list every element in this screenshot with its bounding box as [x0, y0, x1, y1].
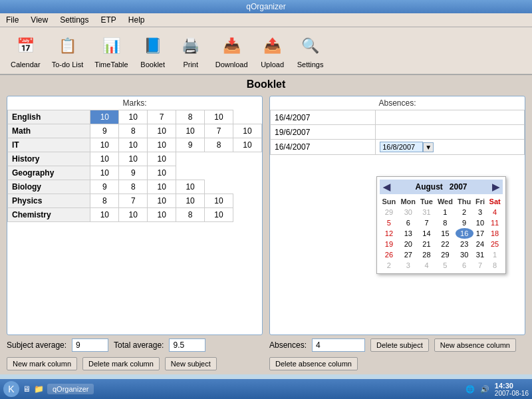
new-subject-button[interactable]: New subject [165, 357, 217, 370]
calendar-day[interactable]: 25 [487, 239, 503, 249]
calendar-day[interactable]: 10 [473, 217, 487, 228]
calendar-grid: Sun Mon Tue Wed Thu Fri Sat 293031123456… [380, 196, 503, 271]
subject-name: Biology [8, 180, 90, 194]
delete-subject-button[interactable]: Delete subject [370, 338, 429, 352]
calendar-day[interactable]: 31 [473, 249, 487, 260]
calendar-day[interactable]: 8 [487, 260, 503, 271]
taskbar-files-icon[interactable]: 📁 [34, 384, 44, 394]
calendar-day[interactable]: 30 [456, 249, 473, 260]
toolbar-calendar[interactable]: 📅 Calendar [7, 31, 45, 70]
absences-input[interactable] [312, 338, 365, 352]
window-title: qOrganizer [246, 2, 285, 11]
menu-etp[interactable]: ETP [98, 15, 119, 25]
absence-date-2: 19/6/2007 [271, 125, 376, 140]
calendar-day[interactable]: 19 [380, 239, 398, 249]
calendar-day[interactable]: 3 [473, 207, 487, 217]
toolbar-todo-label: To-do List [52, 61, 84, 68]
new-absence-column-button[interactable]: New absence column [434, 338, 516, 352]
calendar-day[interactable]: 26 [380, 249, 398, 260]
calendar-day[interactable]: 3 [398, 260, 418, 271]
toolbar-timetable[interactable]: 📊 TimeTable [90, 31, 132, 70]
mark-cell: 10 [148, 124, 176, 138]
calendar-day[interactable]: 18 [487, 228, 503, 239]
calendar-day[interactable]: 31 [418, 207, 436, 217]
calendar-day[interactable]: 29 [380, 207, 398, 217]
calendar-day[interactable]: 2 [456, 207, 473, 217]
calendar-day[interactable]: 12 [380, 228, 398, 239]
toolbar-upload[interactable]: 📤 Upload [255, 31, 290, 70]
taskbar-start-button[interactable]: K [3, 381, 19, 397]
calendar-day[interactable]: 14 [418, 228, 436, 239]
cal-header-tue: Tue [418, 196, 436, 207]
calendar-prev-button[interactable]: ◀ [383, 182, 390, 192]
calendar-day[interactable]: 28 [418, 249, 436, 260]
new-mark-column-button[interactable]: New mark column [7, 357, 77, 370]
calendar-day[interactable]: 11 [487, 217, 503, 228]
delete-absence-column-button[interactable]: Delete absence column [269, 357, 358, 370]
mark-cell: 9 [90, 124, 119, 138]
taskbar-time: 14:30 [495, 382, 529, 390]
menu-settings[interactable]: Settings [57, 15, 91, 25]
marks-table: English10107810Math981010710IT1010109810… [7, 110, 262, 222]
calendar-day[interactable]: 16 [456, 228, 473, 239]
calendar-day[interactable]: 5 [380, 217, 398, 228]
delete-mark-column-button[interactable]: Delete mark column [82, 357, 160, 370]
toolbar-download-label: Download [215, 61, 248, 68]
absence-date-input-cell[interactable]: ▼ [376, 140, 525, 155]
calendar-day[interactable]: 4 [487, 207, 503, 217]
calendar-next-button[interactable]: ▶ [492, 182, 499, 192]
calendar-day[interactable]: 22 [435, 239, 455, 249]
calendar-day[interactable]: 8 [435, 217, 455, 228]
date-dropdown-button[interactable]: ▼ [423, 142, 434, 152]
toolbar-todo[interactable]: 📋 To-do List [48, 31, 88, 70]
mark-cell: 10 [205, 194, 233, 208]
calendar-day[interactable]: 17 [473, 228, 487, 239]
calendar-day[interactable]: 24 [473, 239, 487, 249]
toolbar-settings[interactable]: 🔍 Settings [293, 31, 328, 70]
taskbar-app-label[interactable]: qOrganizer [47, 384, 94, 394]
menu-view[interactable]: View [28, 15, 51, 25]
calendar-day[interactable]: 30 [398, 207, 418, 217]
calendar-day[interactable]: 6 [456, 260, 473, 271]
calendar-day[interactable]: 4 [418, 260, 436, 271]
toolbar-booklet-label: Booklet [140, 61, 165, 68]
date-input-wrapper: ▼ [380, 142, 520, 152]
calendar-day[interactable]: 1 [487, 249, 503, 260]
calendar-day[interactable]: 15 [435, 228, 455, 239]
calendar-week-row: 2345678 [380, 260, 503, 271]
date-input[interactable] [380, 142, 423, 152]
calendar-day[interactable]: 6 [398, 217, 418, 228]
menu-file[interactable]: File [3, 15, 21, 25]
taskbar-desktop-icon[interactable]: 🖥 [23, 384, 31, 394]
calendar-day[interactable]: 29 [435, 249, 455, 260]
total-average-input[interactable] [169, 338, 205, 352]
mark-cell: 10 [148, 208, 176, 222]
mark-cell: 10 [148, 180, 176, 194]
cal-header-wed: Wed [435, 196, 455, 207]
calendar-day[interactable]: 7 [473, 260, 487, 271]
calendar-day[interactable]: 27 [398, 249, 418, 260]
menu-bar: File View Settings ETP Help [0, 13, 532, 27]
print-icon: 🖨️ [178, 33, 204, 59]
toolbar-timetable-label: TimeTable [94, 61, 128, 68]
mark-cell: 10 [176, 124, 205, 138]
calendar-day[interactable]: 21 [418, 239, 436, 249]
title-bar: qOrganizer [0, 0, 532, 13]
calendar-day[interactable]: 1 [435, 207, 455, 217]
toolbar-print[interactable]: 🖨️ Print [174, 31, 208, 70]
calendar-day[interactable]: 7 [418, 217, 436, 228]
mark-cell: 7 [205, 124, 233, 138]
mark-cell: 10 [148, 152, 176, 166]
toolbar-download[interactable]: 📥 Download [211, 31, 252, 70]
calendar-day[interactable]: 9 [456, 217, 473, 228]
menu-help[interactable]: Help [126, 15, 148, 25]
calendar-day[interactable]: 20 [398, 239, 418, 249]
calendar-day[interactable]: 23 [456, 239, 473, 249]
calendar-day[interactable]: 2 [380, 260, 398, 271]
calendar-day[interactable]: 13 [398, 228, 418, 239]
subject-average-input[interactable] [72, 338, 108, 352]
calendar-day[interactable]: 5 [435, 260, 455, 271]
settings-icon: 🔍 [297, 33, 324, 59]
toolbar: 📅 Calendar 📋 To-do List 📊 TimeTable 📘 Bo… [0, 27, 532, 75]
toolbar-booklet[interactable]: 📘 Booklet [136, 31, 170, 70]
